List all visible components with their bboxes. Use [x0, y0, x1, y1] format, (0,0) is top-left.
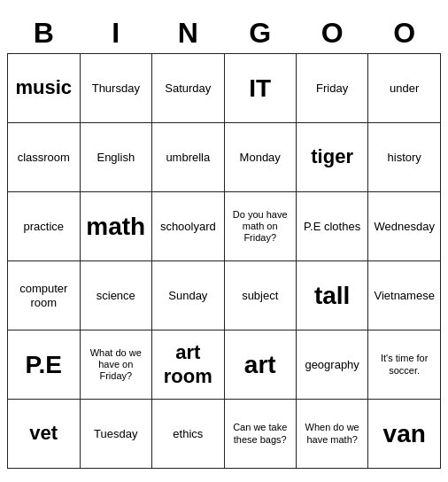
cell-4-5: It's time for soccer. — [368, 330, 441, 400]
cell-4-1: What do we have on Friday? — [80, 330, 152, 400]
cell-3-1: science — [80, 261, 152, 330]
cell-0-2: Saturday — [152, 54, 225, 123]
cell-3-5: Vietnamese — [368, 261, 441, 330]
cell-5-4: When do we have math? — [296, 400, 367, 469]
cell-5-1: Tuesday — [80, 400, 152, 469]
row-3: computer roomscienceSundaysubjecttallVie… — [8, 261, 441, 330]
header-G-3: G — [224, 13, 296, 54]
cell-5-5: van — [368, 400, 441, 469]
cell-1-4: tiger — [296, 123, 367, 192]
header-O-5: O — [368, 13, 441, 54]
cell-3-4: tall — [296, 261, 367, 330]
cell-0-3: IT — [224, 54, 296, 123]
cell-4-3: art — [224, 330, 296, 400]
cell-1-2: umbrella — [152, 123, 225, 192]
header-B-0: B — [8, 13, 81, 54]
cell-4-4: geography — [296, 330, 367, 400]
row-0: musicThursdaySaturdayITFridayunder — [8, 54, 441, 123]
cell-2-4: P.E clothes — [296, 192, 367, 261]
cell-0-4: Friday — [296, 54, 367, 123]
cell-5-3: Can we take these bags? — [224, 400, 296, 469]
cell-5-0: vet — [8, 400, 81, 469]
cell-5-2: ethics — [152, 400, 225, 469]
row-4: P.EWhat do we have on Friday?art roomart… — [8, 330, 441, 400]
header-row: BINGOO — [8, 13, 441, 54]
cell-2-0: practice — [8, 192, 81, 261]
cell-2-5: Wednesday — [368, 192, 441, 261]
cell-4-2: art room — [152, 330, 225, 400]
cell-3-3: subject — [224, 261, 296, 330]
cell-1-1: English — [80, 123, 152, 192]
header-I-1: I — [80, 13, 152, 54]
cell-1-5: history — [368, 123, 441, 192]
cell-4-0: P.E — [8, 330, 81, 400]
cell-1-3: Monday — [224, 123, 296, 192]
cell-2-3: Do you have math on Friday? — [224, 192, 296, 261]
row-5: vetTuesdayethicsCan we take these bags?W… — [8, 400, 441, 469]
cell-0-5: under — [368, 54, 441, 123]
row-1: classroomEnglishumbrellaMondaytigerhisto… — [8, 123, 441, 192]
cell-0-0: music — [8, 54, 81, 123]
cell-0-1: Thursday — [80, 54, 152, 123]
cell-2-2: schoolyard — [152, 192, 225, 261]
cell-1-0: classroom — [8, 123, 81, 192]
cell-3-2: Sunday — [152, 261, 225, 330]
cell-3-0: computer room — [8, 261, 81, 330]
row-2: practicemathschoolyardDo you have math o… — [8, 192, 441, 261]
header-N-2: N — [152, 13, 225, 54]
bingo-card: BINGOO musicThursdaySaturdayITFridayunde… — [7, 13, 441, 469]
header-O-4: O — [296, 13, 367, 54]
cell-2-1: math — [80, 192, 152, 261]
